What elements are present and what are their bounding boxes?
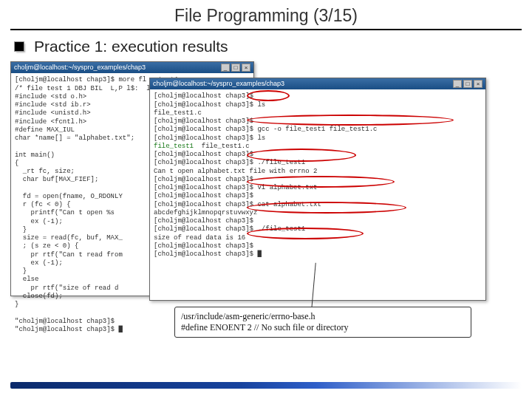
terminal-body: [choljm@localhost chap3]$ [choljm@localh…: [150, 89, 485, 262]
close-button[interactable]: ×: [474, 80, 482, 88]
minimize-button[interactable]: _: [221, 64, 230, 72]
callout-path: /usr/include/asm-generic/errno-base.h: [181, 311, 465, 322]
terminal-titlebar: choljm@localhost:~/syspro_examples/chap3…: [11, 62, 253, 73]
window-buttons: _ □ ×: [453, 80, 482, 88]
callout-define: #define ENOENT 2 // No such file or dire…: [181, 322, 465, 333]
close-button[interactable]: ×: [242, 64, 250, 72]
window-buttons: _ □ ×: [221, 64, 250, 72]
title-underline: [10, 29, 522, 30]
square-bullet-icon: [15, 42, 24, 51]
maximize-button[interactable]: □: [231, 64, 240, 72]
maximize-button[interactable]: □: [463, 80, 472, 88]
terminal-area: choljm@localhost:~/syspro_examples/chap3…: [10, 61, 522, 335]
footer-bar: [10, 382, 522, 389]
terminal-titlebar: choljm@localhost:~/syspro_examples/chap3…: [150, 78, 485, 89]
minimize-button[interactable]: _: [453, 80, 462, 88]
callout-box: /usr/include/asm-generic/errno-base.h #d…: [174, 307, 471, 338]
bullet-row: Practice 1: execution results: [0, 38, 532, 55]
terminal-title: choljm@localhost:~/syspro_examples/chap3: [153, 80, 284, 88]
terminal-title: choljm@localhost:~/syspro_examples/chap3: [14, 64, 146, 72]
slide-title: File Programming (3/15): [0, 0, 532, 29]
terminal-window-execution: choljm@localhost:~/syspro_examples/chap3…: [149, 78, 486, 301]
bullet-text: Practice 1: execution results: [34, 38, 228, 55]
